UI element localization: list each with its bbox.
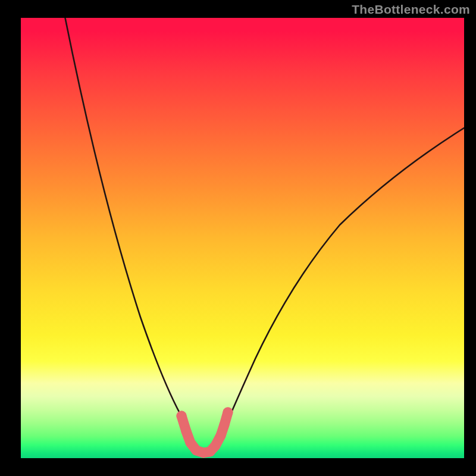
- chart-frame: TheBottleneck.com: [0, 0, 476, 476]
- plot-area: [21, 18, 464, 458]
- watermark-label: TheBottleneck.com: [352, 2, 470, 17]
- heat-gradient-background: [21, 18, 464, 458]
